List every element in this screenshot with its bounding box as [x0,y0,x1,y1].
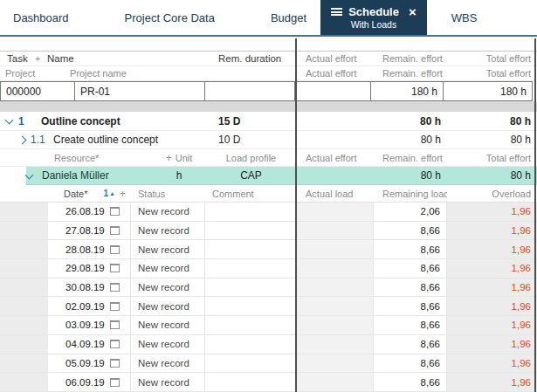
remaining-load-cell[interactable]: 8,66 [374,297,447,315]
task-name[interactable]: Outline concept [41,112,218,130]
col-remain-effort[interactable]: Remain. effort [374,52,447,65]
calendar-icon[interactable] [110,283,120,292]
calendar-icon[interactable] [110,207,120,216]
project-actual-effort-field[interactable] [294,81,371,101]
date-cell[interactable]: 05.09.19 [48,354,131,373]
col-status[interactable]: Status [131,185,205,202]
status-cell[interactable]: New record [131,316,205,334]
col-task[interactable]: Task [0,52,35,65]
chevron-down-icon[interactable] [6,119,18,123]
actual-load-cell[interactable] [297,335,374,354]
calendar-icon[interactable] [110,359,120,368]
col-total-effort[interactable]: Total effort [447,52,537,65]
comment-cell[interactable] [205,279,297,297]
date-cell[interactable]: 28.08.19 [48,240,131,258]
remaining-load-cell[interactable]: 8,66 [374,222,447,240]
task-name[interactable]: Create outline concept [53,131,218,148]
col-comment[interactable]: Comment [205,185,297,202]
comment-cell[interactable] [205,373,297,391]
date-cell[interactable]: 06.09.19 [48,373,131,391]
remaining-load-cell[interactable]: 8,66 [374,259,447,278]
col-rem-duration[interactable]: Rem. duration [218,52,297,65]
project-total-effort-field[interactable]: 180 h [443,81,533,101]
status-cell[interactable]: New record [131,259,205,278]
resource-unit[interactable]: h [153,167,205,184]
task-rem-duration[interactable]: 15 D [218,112,297,130]
calendar-icon[interactable] [110,264,120,272]
actual-load-cell[interactable] [297,279,374,297]
comment-cell[interactable] [205,203,297,221]
add-load-row-icon[interactable]: + [120,188,126,200]
col-actual-load[interactable]: Actual load [297,185,374,202]
project-duration-field[interactable] [204,81,295,101]
resource-load-profile[interactable]: CAP [205,167,297,184]
status-cell[interactable]: New record [131,373,205,391]
actual-load-cell[interactable] [297,297,374,315]
remaining-load-cell[interactable]: 8,66 [374,316,447,334]
comment-cell[interactable] [205,335,297,354]
date-cell[interactable]: 26.08.19 [48,203,131,221]
tab-dashboard[interactable]: Dashboard [13,11,69,24]
actual-load-cell[interactable] [297,203,374,221]
calendar-icon[interactable] [110,340,120,348]
col-overload[interactable]: Overload [447,185,537,202]
remaining-load-cell[interactable]: 2,06 [374,203,447,221]
status-cell[interactable]: New record [131,203,205,221]
date-cell[interactable]: 27.08.19 [48,222,131,240]
add-resource-icon[interactable]: + [166,152,172,164]
chevron-down-icon[interactable] [26,174,38,178]
comment-cell[interactable] [205,240,297,258]
remaining-load-cell[interactable]: 8,66 [374,335,447,354]
task-rem-duration[interactable]: 10 D [218,131,297,148]
remaining-load-cell[interactable]: 8,66 [374,240,447,258]
date-cell[interactable]: 04.09.19 [48,335,131,354]
status-cell[interactable]: New record [131,279,205,297]
col-date-label[interactable]: Date* [64,189,88,199]
calendar-icon[interactable] [110,378,120,387]
date-cell[interactable]: 29.08.19 [48,259,131,278]
remaining-load-cell[interactable]: 8,66 [374,279,447,297]
close-icon[interactable]: × [409,5,417,18]
chevron-right-icon[interactable] [18,137,31,143]
sort-ascending-icon[interactable]: 1▲ [103,189,115,198]
task-row-1-1[interactable]: 1.1 Create outline concept 10 D 80 h 80 … [0,131,537,149]
status-cell[interactable]: New record [131,297,205,315]
tab-budget[interactable]: Budget [271,11,306,24]
resource-row-selected[interactable]: Daniela Müller h CAP 80 h 80 h [0,167,537,185]
project-name-field[interactable]: PR-01 [74,81,205,101]
add-task-icon[interactable]: + [35,52,47,65]
date-cell[interactable]: 02.09.19 [48,297,131,315]
actual-load-cell[interactable] [297,373,374,391]
task-row-1[interactable]: 1 Outline concept 15 D 80 h 80 h [0,112,537,131]
calendar-icon[interactable] [110,226,120,235]
col-name[interactable]: Name [47,52,218,65]
col-actual-effort[interactable]: Actual effort [297,52,374,65]
project-remain-effort-field[interactable]: 180 h [370,81,444,101]
tab-schedule[interactable]: Schedule × With Loads [320,0,427,35]
calendar-icon[interactable] [110,320,120,329]
remaining-load-cell[interactable]: 8,66 [374,354,447,373]
project-id-field[interactable]: 000000 [0,81,75,101]
comment-cell[interactable] [205,297,297,315]
date-cell[interactable]: 30.08.19 [48,279,131,297]
status-cell[interactable]: New record [131,240,205,258]
actual-load-cell[interactable] [297,222,374,240]
calendar-icon[interactable] [110,245,120,254]
tab-project-core-data[interactable]: Project Core Data [125,11,215,24]
comment-cell[interactable] [205,316,297,334]
status-cell[interactable]: New record [131,335,205,354]
status-cell[interactable]: New record [131,222,205,240]
comment-cell[interactable] [205,259,297,278]
status-cell[interactable]: New record [131,354,205,373]
tab-wbs[interactable]: WBS [451,11,478,24]
date-cell[interactable]: 03.09.19 [48,316,131,334]
hamburger-menu-icon[interactable] [331,8,342,16]
col-resource[interactable]: Resource* [48,149,153,166]
comment-cell[interactable] [205,354,297,373]
resource-name[interactable]: Daniela Müller [38,167,153,184]
actual-load-cell[interactable] [297,240,374,258]
col-remaining-load[interactable]: Remaining load [374,185,447,202]
actual-load-cell[interactable] [297,259,374,278]
remaining-load-cell[interactable]: 8,66 [374,373,447,391]
calendar-icon[interactable] [110,302,120,311]
